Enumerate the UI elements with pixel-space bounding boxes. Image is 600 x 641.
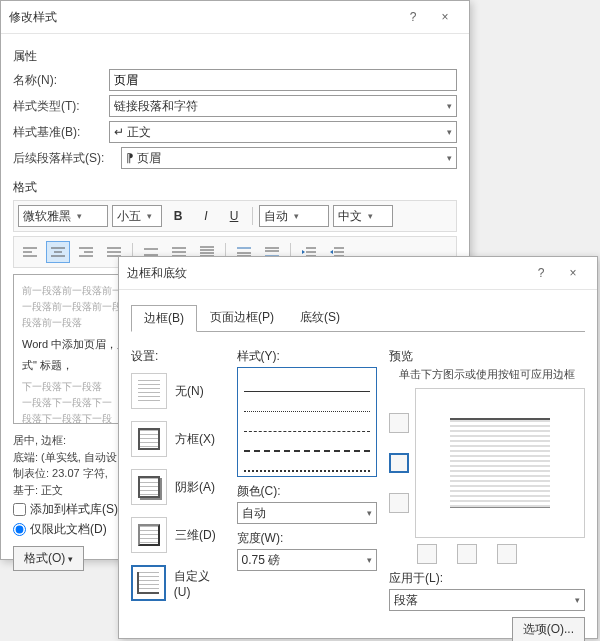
chevron-down-icon: ▾ [368,211,373,221]
svg-marker-34 [330,250,333,254]
name-input[interactable] [109,69,457,91]
follow-select[interactable]: ⁋ 页眉▾ [121,147,457,169]
color-label: 颜色(C): [237,483,377,500]
border-hcenter-toggle[interactable] [389,453,409,473]
help-button[interactable]: ? [397,7,429,27]
base-value: ↵ 正文 [114,124,151,141]
base-label: 样式基准(B): [13,124,101,141]
border-color-select[interactable]: 自动▾ [237,502,377,524]
setting-shadow[interactable]: 阴影(A) [131,469,225,505]
add-to-lib-checkbox[interactable] [13,503,26,516]
name-label: 名称(N): [13,72,101,89]
preview-hint: 单击下方图示或使用按钮可应用边框 [389,367,585,382]
font-size-select[interactable]: 小五▾ [112,205,162,227]
close-button[interactable]: × [557,263,589,283]
type-select[interactable]: 链接段落和字符▾ [109,95,457,117]
modify-title: 修改样式 [9,9,397,26]
base-select[interactable]: ↵ 正文▾ [109,121,457,143]
line-style-option[interactable] [244,438,370,452]
italic-button[interactable]: I [194,205,218,227]
setting-box[interactable]: 方框(X) [131,421,225,457]
only-doc-radio-input[interactable] [13,523,26,536]
follow-label: 后续段落样式(S): [13,150,113,167]
chevron-down-icon: ▾ [294,211,299,221]
close-button[interactable]: × [429,7,461,27]
border-preview[interactable] [415,388,585,538]
border-left-toggle[interactable] [417,544,437,564]
preview-label: 预览 [389,348,585,365]
type-label: 样式类型(T): [13,98,101,115]
align-center-button[interactable] [46,241,70,263]
apply-label: 应用于(L): [389,570,585,587]
none-icon [131,373,167,409]
setting-custom[interactable]: 自定义(U) [131,565,225,601]
3d-icon [131,517,167,553]
bold-button[interactable]: B [166,205,190,227]
apply-to-select[interactable]: 段落▾ [389,589,585,611]
custom-icon [131,565,166,601]
border-tabs: 边框(B) 页面边框(P) 底纹(S) [131,304,585,332]
width-label: 宽度(W): [237,530,377,547]
props-label: 属性 [13,48,457,65]
border-right-toggle[interactable] [497,544,517,564]
help-button[interactable]: ? [525,263,557,283]
border-titlebar: 边框和底纹 ? × [119,257,597,290]
tab-page-border[interactable]: 页面边框(P) [197,304,287,331]
line-style-list[interactable] [237,367,377,477]
tab-borders[interactable]: 边框(B) [131,305,197,332]
format-toolbar-1: 微软雅黑▾ 小五▾ B I U 自动▾ 中文▾ [13,200,457,232]
align-right-button[interactable] [74,241,98,263]
modify-titlebar: 修改样式 ? × [1,1,469,34]
border-bottom-toggle[interactable] [389,493,409,513]
setting-none[interactable]: 无(N) [131,373,225,409]
border-vcenter-toggle[interactable] [457,544,477,564]
align-left-button[interactable] [18,241,42,263]
settings-label: 设置: [131,348,225,365]
svg-marker-30 [302,250,305,254]
line-style-option[interactable] [244,458,370,472]
options-button[interactable]: 选项(O)... [512,617,585,641]
lang-select[interactable]: 中文▾ [333,205,393,227]
chevron-down-icon: ▾ [68,554,73,564]
font-name-select[interactable]: 微软雅黑▾ [18,205,108,227]
underline-button[interactable]: U [222,205,246,227]
style-label: 样式(Y): [237,348,377,365]
border-width-select[interactable]: 0.75 磅▾ [237,549,377,571]
border-top-toggle[interactable] [389,413,409,433]
chevron-down-icon: ▾ [447,101,452,111]
border-shading-dialog: 边框和底纹 ? × 边框(B) 页面边框(P) 底纹(S) 设置: 无(N) 方… [118,256,598,639]
shadow-icon [131,469,167,505]
chevron-down-icon: ▾ [77,211,82,221]
chevron-down-icon: ▾ [147,211,152,221]
tab-shading[interactable]: 底纹(S) [287,304,353,331]
border-body: 边框(B) 页面边框(P) 底纹(S) 设置: 无(N) 方框(X) 阴影(A) [119,290,597,641]
border-title: 边框和底纹 [127,265,525,282]
chevron-down-icon: ▾ [447,153,452,163]
line-style-option[interactable] [244,378,370,392]
setting-3d[interactable]: 三维(D) [131,517,225,553]
chevron-down-icon: ▾ [367,555,372,565]
preview-doc-icon [450,418,550,508]
line-style-option[interactable] [244,418,370,432]
box-icon [131,421,167,457]
format-label: 格式 [13,179,457,196]
follow-value: ⁋ 页眉 [126,150,161,167]
format-menu-button[interactable]: 格式(O)▾ [13,546,84,571]
type-value: 链接段落和字符 [114,98,198,115]
chevron-down-icon: ▾ [447,127,452,137]
font-color-select[interactable]: 自动▾ [259,205,329,227]
line-style-option[interactable] [244,398,370,412]
chevron-down-icon: ▾ [367,508,372,518]
separator [252,207,253,225]
chevron-down-icon: ▾ [575,595,580,605]
